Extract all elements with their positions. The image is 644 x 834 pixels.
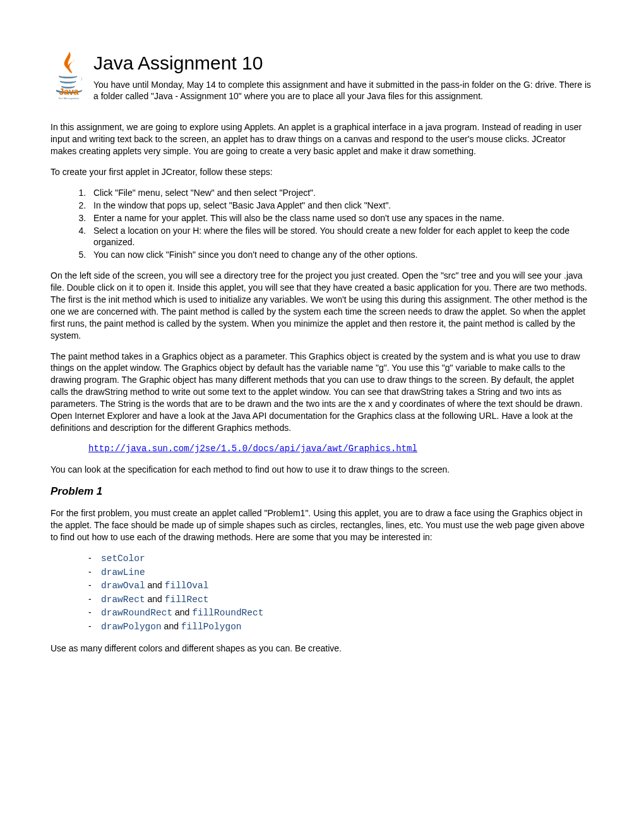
document-header: Java Sun Microsystems Java Assignment 10…	[51, 51, 593, 111]
paragraph-5: You can look at the specification for ea…	[51, 464, 593, 476]
method-name: drawOval	[101, 581, 145, 591]
method-item: -setColor	[88, 552, 593, 565]
method-item: -drawRect and fillRect	[88, 593, 593, 607]
steps-list: Click "File" menu, select "New" and then…	[88, 187, 593, 261]
closing-paragraph: Use as many different colors and differe…	[51, 643, 593, 655]
step-item: You can now click "Finish" since you don…	[88, 249, 593, 261]
problem-1-heading: Problem 1	[51, 485, 593, 499]
method-item: -drawPolygon and fillPolygon	[88, 620, 593, 634]
url-block: http://java.sun.com/j2se/1.5.0/docs/api/…	[88, 443, 593, 455]
page-title: Java Assignment 10	[93, 51, 593, 76]
problem-1-paragraph: For the first problem, you must create a…	[51, 507, 593, 543]
method-name: fillOval	[165, 581, 209, 591]
method-name: setColor	[101, 553, 145, 564]
graphics-api-link[interactable]: http://java.sun.com/j2se/1.5.0/docs/api/…	[88, 444, 417, 454]
method-name: drawRect	[101, 595, 145, 605]
method-item: -drawLine	[88, 566, 593, 579]
intro-paragraph: You have until Monday, May 14 to complet…	[93, 79, 593, 103]
paragraph-3: On the left side of the screen, you will…	[51, 270, 593, 341]
header-text-block: Java Assignment 10 You have until Monday…	[93, 51, 593, 111]
method-name: fillRoundRect	[192, 608, 263, 618]
method-name: fillRect	[165, 595, 209, 605]
method-name: drawRoundRect	[101, 608, 172, 618]
svg-text:Java: Java	[59, 87, 78, 97]
paragraph-2: In this assignment, we are going to expl…	[51, 121, 593, 157]
step-item: Select a location on your H: where the f…	[88, 225, 593, 249]
method-item: -drawRoundRect and fillRoundRect	[88, 607, 593, 620]
step-item: Click "File" menu, select "New" and then…	[88, 187, 593, 199]
method-name: drawLine	[101, 567, 145, 577]
method-name: drawPolygon	[101, 622, 162, 632]
method-name: fillPolygon	[181, 622, 242, 632]
java-logo-icon: Java Sun Microsystems	[51, 51, 87, 101]
methods-list: -setColor -drawLine -drawOval and fillOv…	[88, 552, 593, 633]
method-item: -drawOval and fillOval	[88, 579, 593, 593]
steps-intro: To create your first applet in JCreator,…	[51, 166, 593, 178]
step-item: Enter a name for your applet. This will …	[88, 212, 593, 224]
paragraph-4: The paint method takes in a Graphics obj…	[51, 351, 593, 434]
step-item: In the window that pops up, select "Basi…	[88, 200, 593, 212]
svg-text:Sun Microsystems: Sun Microsystems	[59, 97, 80, 100]
